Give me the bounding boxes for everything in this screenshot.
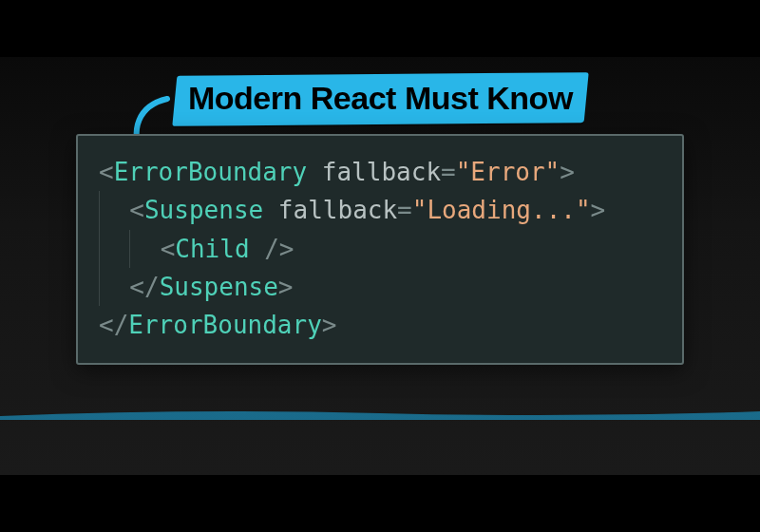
stage: Modern React Must Know <ErrorBoundary fa…: [0, 57, 760, 475]
code-token-punct: </: [129, 273, 159, 301]
indent-guide: [99, 268, 129, 306]
code-token-punct: >: [591, 196, 606, 224]
code-frame: <ErrorBoundary fallback="Error"> <Suspen…: [76, 134, 684, 365]
code-line: <Child />: [99, 230, 661, 268]
indent-guide: [99, 230, 129, 268]
indent-guide: [99, 191, 129, 229]
code-token-punct: <: [99, 158, 114, 186]
code-token-punct: </: [99, 311, 128, 339]
code-token-punct: [263, 196, 278, 224]
title-highlight: Modern React Must Know: [172, 72, 588, 126]
code-token-eq: =: [397, 196, 412, 224]
code-token-str: "Loading...": [412, 196, 591, 224]
code-token-tag: Child: [175, 235, 249, 263]
code-token-tag: Suspense: [144, 196, 263, 224]
code-token-punct: >: [322, 311, 337, 339]
code-line: <ErrorBoundary fallback="Error">: [99, 153, 661, 191]
decorative-underline: [0, 407, 760, 420]
code-token-punct: <: [161, 235, 176, 263]
code-token-tag: ErrorBoundary: [114, 158, 308, 186]
code-token-tag: ErrorBoundary: [128, 311, 322, 339]
title-text: Modern React Must Know: [188, 80, 573, 116]
code-line: </ErrorBoundary>: [99, 306, 661, 344]
code-token-punct: >: [278, 273, 294, 301]
code-line: </Suspense>: [99, 268, 661, 306]
code-token-punct: [307, 158, 322, 186]
code-token-attr: fallback: [322, 158, 441, 186]
code-token-punct: <: [129, 196, 144, 224]
code-token-str: "Error": [456, 158, 560, 186]
code-token-punct: >: [560, 158, 575, 186]
code-token-eq: =: [441, 158, 456, 186]
letterbox-top: [0, 0, 760, 57]
indent-guide: [129, 230, 160, 268]
code-line: <Suspense fallback="Loading...">: [99, 191, 661, 229]
code-token-attr: fallback: [278, 196, 397, 224]
code-token-tag: Suspense: [160, 273, 278, 301]
letterbox-bottom: [0, 475, 760, 532]
code-token-punct: />: [250, 235, 294, 263]
title-wrap: Modern React Must Know: [175, 74, 586, 124]
